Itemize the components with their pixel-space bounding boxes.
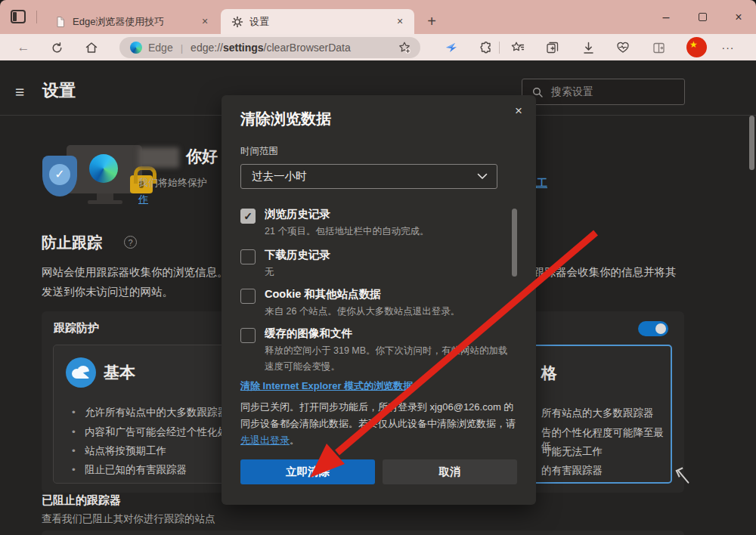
page-scrollbar[interactable]	[749, 116, 754, 170]
item-label: 浏览历史记录	[265, 207, 330, 221]
strict-level-title-fragment: 格	[541, 363, 557, 384]
clear-now-button[interactable]: 立即清除	[240, 459, 375, 484]
tab-close-icon[interactable]: ×	[392, 14, 408, 30]
checkbox-checked[interactable]: ✓	[240, 209, 256, 224]
menu-icon[interactable]: ≡	[15, 83, 24, 101]
dialog-scrollbar[interactable]	[512, 209, 517, 277]
bullet-icon: •	[72, 464, 85, 475]
tab-close-icon[interactable]: ×	[197, 14, 213, 30]
ie-mode-clear-link[interactable]: 清除 Internet Explorer 模式的浏览数据	[240, 379, 413, 393]
more-menu-button[interactable]: ···	[718, 38, 738, 57]
tab-edge-tips[interactable]: Edge浏览器使用技巧 ×	[44, 9, 219, 34]
sync-note-period: 。	[290, 434, 299, 446]
split-screen-button[interactable]	[649, 38, 668, 57]
section-title-tracking-prevention: 防止跟踪	[42, 233, 102, 253]
url-text: edge://settings/clearBrowserData	[191, 42, 351, 54]
dialog-title: 清除浏览数据	[240, 109, 331, 129]
checkbox-unchecked[interactable]	[240, 328, 256, 343]
add-favorite-icon[interactable]	[398, 41, 411, 54]
dialog-close-icon[interactable]: ×	[509, 101, 528, 121]
card-title: 跟踪防护	[54, 321, 99, 336]
sync-note: 同步已关闭。打开同步功能后，所有登录到 xjg06@126.com 的同步设备都…	[240, 399, 520, 449]
strict-item: 的有害跟踪器	[541, 464, 603, 478]
split-screen-icon	[652, 41, 666, 55]
search-placeholder: 搜索设置	[551, 85, 593, 99]
bullet-icon: •	[72, 426, 85, 438]
tracking-protection-toggle[interactable]	[638, 321, 668, 336]
monitor-stand	[97, 193, 113, 200]
browser-essentials-button[interactable]	[613, 38, 633, 57]
collections-icon	[545, 40, 560, 55]
refresh-button[interactable]	[47, 38, 67, 57]
extensions-button[interactable]	[476, 38, 496, 57]
settings-search-input[interactable]: 搜索设置	[522, 79, 685, 105]
url-scheme: edge://	[191, 42, 223, 54]
redacted-username	[138, 147, 179, 168]
bird-extension-icon	[444, 40, 459, 55]
refresh-icon	[51, 42, 64, 54]
address-bar[interactable]: Edge | edge://settings/clearBrowserData	[119, 37, 420, 58]
toggle-knob	[655, 323, 666, 334]
new-tab-button[interactable]: +	[422, 12, 442, 32]
item-desc: 无	[265, 264, 513, 280]
cancel-button[interactable]: 取消	[383, 459, 517, 484]
time-range-label: 时间范围	[240, 145, 278, 158]
gear-icon	[231, 16, 243, 28]
item-desc: 21 个项目。包括地址栏中的自动完成。	[265, 224, 513, 240]
bird-extension-button[interactable]	[442, 38, 461, 57]
tracking-desc-line1: 网站会使用跟踪器收集你的浏览信息。	[42, 265, 228, 280]
basic-bullet: •允许所有站点中的大多数跟踪器	[72, 406, 228, 419]
blocked-trackers-desc: 查看我们已阻止其对你进行跟踪的站点	[42, 512, 215, 526]
sign-out-link[interactable]: 先退出登录	[240, 434, 290, 446]
site-label: Edge	[148, 42, 173, 54]
tracking-desc-line2: 发送到你未访问过的网站。	[42, 285, 173, 299]
blocked-trackers-title: 已阻止的跟踪器	[42, 493, 121, 508]
shield-icon: ✓	[42, 156, 77, 196]
basic-bullet: •阻止已知的有害跟踪器	[72, 463, 187, 477]
maximize-icon	[699, 13, 707, 21]
favorites-button[interactable]	[508, 38, 528, 57]
sync-note-text: 同步已关闭。打开同步功能后，所有登录到 xjg06@126.com 的同步设备都…	[240, 401, 516, 429]
browser-window: Edge浏览器使用技巧 × 设置 × + – × ←	[0, 0, 756, 535]
tracking-desc-line1-right: 跟踪器会收集你的信息并将其	[534, 265, 677, 280]
shield-check-icon: ✓	[49, 164, 70, 185]
page-title: 设置	[42, 79, 76, 102]
back-button[interactable]: ←	[14, 38, 33, 57]
edge-logo-icon	[130, 42, 142, 54]
item-desc: 释放的空间小于 319 MB。你下次访问时，有些网站的加载速度可能会变慢。	[265, 343, 513, 375]
titlebar-separator	[36, 11, 37, 23]
basic-level-icon	[66, 357, 96, 388]
page-icon	[54, 16, 67, 28]
home-button[interactable]	[82, 38, 101, 57]
time-range-select[interactable]: 过去一小时	[240, 164, 497, 189]
tab-settings[interactable]: 设置 ×	[221, 9, 414, 34]
toolbar-separator	[499, 42, 500, 54]
flag-star: ★	[689, 39, 698, 50]
checkbox-unchecked[interactable]	[240, 249, 256, 264]
collections-button[interactable]	[543, 38, 562, 57]
clear-browsing-data-dialog: 清除浏览数据 × 时间范围 过去一小时 ✓ 浏览历史记录 21 个项目。包括地址…	[222, 95, 536, 505]
url-path: /clearBrowserData	[264, 42, 351, 54]
basic-level-title: 基本	[104, 362, 135, 383]
item-label: 下载历史记录	[265, 248, 330, 262]
greeting-subtext: 我们将始终保护	[138, 176, 222, 190]
strict-item: 可能无法工作	[541, 445, 603, 459]
help-icon[interactable]: ?	[124, 236, 137, 249]
bullet-icon: •	[72, 445, 85, 456]
heart-pulse-icon	[615, 40, 631, 55]
strict-level-card[interactable]: 格 所有站点的大多数跟踪器 告的个性化程度可能降至最低 可能无法工作 的有害跟踪…	[530, 345, 672, 484]
titlebar: Edge浏览器使用技巧 × 设置 × + – ×	[0, 0, 756, 34]
downloads-button[interactable]	[578, 38, 598, 57]
greeting-link-fragment[interactable]: 作	[138, 193, 148, 206]
maximize-button[interactable]	[685, 0, 720, 34]
profile-avatar[interactable]: ★	[686, 37, 707, 57]
checkbox-unchecked[interactable]	[240, 289, 256, 304]
minimize-button[interactable]: –	[649, 0, 683, 34]
workspaces-icon[interactable]	[11, 10, 26, 23]
address-divider: |	[181, 42, 183, 54]
close-window-button[interactable]: ×	[721, 0, 756, 34]
tab-title: 设置	[249, 15, 392, 29]
bullet-icon: •	[72, 407, 85, 418]
basic-bullet: •内容和广告可能会经过个性化处理	[72, 425, 238, 439]
downloads-icon	[581, 41, 596, 55]
